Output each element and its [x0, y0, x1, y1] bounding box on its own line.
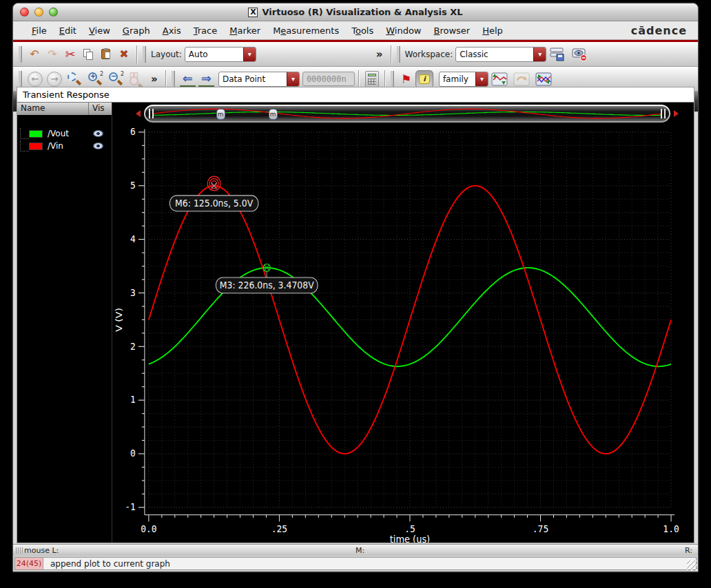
save-workspace-icon[interactable]	[548, 46, 566, 63]
overview-grip-right[interactable]	[661, 109, 666, 118]
y-tick-label: 3	[130, 286, 136, 298]
layout-select[interactable]: Auto ▾	[185, 47, 256, 62]
overflow-chevron[interactable]: »	[372, 48, 387, 61]
toolbar-grip[interactable]	[172, 71, 175, 87]
overview-grip-left[interactable]	[149, 109, 154, 118]
status-mouse-left: mouse L:	[24, 546, 59, 555]
trace-label: /Vout	[48, 129, 69, 138]
zoom-in-icon[interactable]: +2	[87, 71, 103, 87]
next-point-icon[interactable]: ⇒	[198, 72, 214, 87]
point-value-input[interactable]	[302, 72, 355, 86]
tree-branch	[20, 128, 29, 139]
y-tick-label: 6	[130, 126, 136, 138]
zoom-out-icon[interactable]: −2	[107, 71, 124, 87]
status-mouse-right: R:	[685, 546, 698, 555]
dropdown-arrow-icon[interactable]: ▾	[243, 48, 256, 61]
app-window: X Virtuoso (R) Visualization & Analysis …	[12, 3, 699, 572]
trace-color-swatch[interactable]	[29, 143, 43, 150]
toolbar-separator	[136, 45, 138, 63]
workspace-select[interactable]: Classic ▾	[455, 47, 546, 62]
overview-right-arrow-icon[interactable]	[674, 110, 679, 117]
datapoint-mode-select[interactable]: Data Point ▾	[218, 72, 300, 87]
graph-window: Transient Response Name Vis /Vout/Vin m	[17, 87, 694, 543]
chart-canvas[interactable]: -101234560.0.25.5.751.0time (us)V (V)M6:…	[112, 125, 694, 543]
x-tick-label: 1.0	[663, 523, 679, 534]
title-bar[interactable]: X Virtuoso (R) Visualization & Analysis …	[13, 3, 698, 21]
y-tick-label: 2	[130, 340, 136, 352]
dropdown-arrow-icon[interactable]: ▾	[287, 72, 299, 86]
previous-point-icon[interactable]: ⇐	[180, 72, 196, 87]
toolbar-grip[interactable]	[19, 46, 22, 63]
plot-panel: m m -101234560.0.25.5.751.0time (us)V (V…	[112, 103, 694, 543]
paste-icon[interactable]	[97, 45, 115, 63]
window-resize-grip[interactable]	[687, 560, 697, 571]
menu-file[interactable]: File	[25, 23, 53, 39]
toolbar-separator	[384, 70, 386, 88]
dropdown-arrow-icon[interactable]: ▾	[533, 48, 546, 61]
legend-row-vin[interactable]: /Vin	[17, 140, 112, 152]
marker-label: M3: 226.0ns, 3.4708V	[220, 280, 314, 291]
menu-graph[interactable]: Graph	[116, 23, 156, 39]
undo-icon[interactable]: ↶	[25, 45, 43, 63]
menu-axis[interactable]: Axis	[156, 23, 187, 39]
nav-forward-icon[interactable]: →	[47, 72, 62, 87]
legend-vis-header[interactable]: Vis	[89, 103, 112, 115]
status-bar: mouse L: M: R:	[13, 544, 698, 556]
nav-back-icon[interactable]: ←	[28, 72, 43, 87]
marker-m6[interactable]: M6: 125.0ns, 5.0V	[169, 176, 258, 211]
y-tick-label: 5	[130, 180, 136, 191]
toolbar-grip[interactable]	[397, 46, 400, 63]
zoom-fit-icon[interactable]	[66, 71, 83, 87]
menu-browser[interactable]: Browser	[428, 23, 477, 39]
datapoint-mode-value: Data Point	[219, 72, 287, 86]
overview-marker-m6[interactable]: m	[216, 109, 225, 120]
workspace-value: Classic	[456, 48, 533, 61]
copy-icon[interactable]	[79, 45, 97, 63]
toolbar-separator	[358, 70, 360, 88]
menu-trace[interactable]: Trace	[187, 23, 224, 39]
menu-tools[interactable]: Tools	[345, 23, 380, 39]
statusbar-grip[interactable]	[16, 547, 23, 554]
menu-view[interactable]: View	[83, 23, 116, 39]
layout-label: Layout:	[151, 50, 182, 59]
redo-icon[interactable]: ↷	[43, 45, 61, 63]
refresh-plot-icon[interactable]	[513, 71, 530, 87]
swap-sweep-icon[interactable]	[491, 71, 508, 87]
toolbar-edit: ↶ ↷ ✂ ✖ Layout: Auto ▾ » Workspace:	[13, 42, 698, 67]
visibility-eye-icon[interactable]	[93, 143, 103, 149]
y-tick-label: 1	[130, 394, 136, 406]
menu-marker[interactable]: Marker	[223, 23, 267, 39]
visibility-eye-icon[interactable]	[93, 130, 103, 137]
message-count-badge[interactable]: 24(45)	[14, 557, 43, 570]
calculator-icon[interactable]	[363, 70, 381, 88]
overview-scrollbar[interactable]: m m	[144, 105, 670, 123]
toolbar-grip[interactable]	[143, 46, 146, 63]
cut-icon[interactable]: ✂	[61, 45, 79, 63]
toolbar-grip[interactable]	[391, 71, 394, 87]
zoom-waveform-icon[interactable]: ∏∏	[128, 71, 145, 87]
overflow-chevron[interactable]: »	[147, 73, 162, 85]
family-select[interactable]: family ▾	[439, 72, 488, 87]
delete-workspace-icon[interactable]	[570, 46, 588, 63]
overview-left-arrow-icon[interactable]	[136, 110, 141, 117]
status-message: append plot to current graph	[43, 557, 697, 570]
toolbar-grip[interactable]	[19, 71, 22, 87]
legend-name-header[interactable]: Name	[17, 103, 89, 115]
overview-slider[interactable]: m m	[145, 106, 669, 121]
dropdown-arrow-icon[interactable]: ▾	[475, 72, 488, 86]
flag-icon[interactable]: ⚑	[398, 70, 415, 88]
menu-measurements[interactable]: Measurements	[267, 23, 345, 39]
legend-row-vout[interactable]: /Vout	[17, 127, 112, 140]
y-tick-label: -1	[125, 501, 136, 513]
exchange-axes-icon[interactable]	[535, 71, 553, 87]
family-value: family	[440, 72, 475, 86]
menu-edit[interactable]: Edit	[53, 23, 83, 39]
marker-label: M6: 125.0ns, 5.0V	[175, 198, 253, 209]
overview-marker-m3[interactable]: m	[269, 109, 278, 120]
trace-color-swatch[interactable]	[29, 130, 43, 138]
menu-help[interactable]: Help	[476, 23, 509, 39]
y-tick-label: 4	[130, 233, 136, 244]
info-balloon-icon[interactable]: i	[415, 70, 433, 88]
menu-window[interactable]: Window	[380, 23, 427, 39]
delete-icon[interactable]: ✖	[115, 45, 133, 63]
